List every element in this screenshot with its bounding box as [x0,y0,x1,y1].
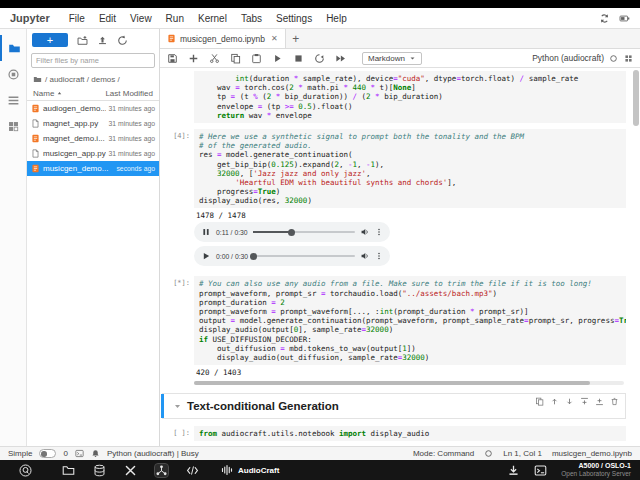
code-token: ) [493,289,498,298]
play-pause-button[interactable] [201,227,211,237]
volume-icon[interactable] [360,251,370,261]
cell-type-dropdown[interactable]: Markdown [362,52,422,65]
horizontal-scrollbar[interactable] [194,381,624,385]
audio-menu-icon[interactable] [375,252,383,260]
file-row[interactable]: magnet_demo.i...31 minutes ago [27,131,159,146]
new-folder-icon[interactable] [77,35,88,46]
sync-icon[interactable] [599,13,610,24]
kernel-status-text[interactable]: Python (audiocraft) | Busy [107,449,199,458]
code-token: model.generate_continuation(prompt_wavef… [235,316,524,325]
move-down-icon[interactable] [565,397,574,406]
volume-icon[interactable] [360,227,370,237]
launcher-logo[interactable] [19,464,32,477]
code-token: envelope [271,111,312,120]
sidebar-tab-table-of-contents[interactable] [0,87,27,113]
sidebar-tab-running-kernels[interactable] [0,61,27,87]
add-button[interactable] [188,53,199,64]
code-editor[interactable]: # Here we use a synthetic signal to prom… [194,129,626,209]
markdown-cell[interactable]: Text-conditional Generation [162,393,626,419]
code-token: mbd.tokens_to_wav(output[ [285,344,402,353]
duplicate-icon[interactable] [535,397,544,406]
menu-item-edit[interactable]: Edit [92,13,123,24]
menu-item-file[interactable]: File [62,13,92,24]
audio-player[interactable]: 0:00 / 0:30 [194,246,390,266]
kernel-name[interactable]: Python (audiocraft) [532,53,604,63]
insert-above-icon[interactable] [580,397,589,406]
file-row[interactable]: audiogen_demo...31 minutes ago [27,101,159,116]
new-tab-button[interactable]: + [286,29,306,48]
files-app[interactable] [62,464,75,477]
notebook-cell[interactable]: [ ]:from audiocraft.utils.notebook impor… [160,426,640,441]
data-app[interactable] [93,464,106,477]
tab-musicgen-demo[interactable]: musicgen_demo.ipynb ✕ [160,29,286,48]
notebook-cell[interactable]: [4]:# Here we use a synthetic signal to … [160,129,640,271]
breadcrumb[interactable]: / audiocraft / demos / [27,72,159,87]
file-filter-input[interactable] [36,56,150,65]
code-editor[interactable]: from audiocraft.utils.notebook import di… [194,426,626,441]
menubar-right [599,13,640,24]
notifications-bell-icon[interactable] [91,449,100,458]
file-modified: 31 minutes ago [109,120,155,127]
file-row[interactable]: musicgen_app.py31 minutes ago [27,146,159,161]
audio-seek-thumb[interactable] [250,253,257,260]
ffwd-button[interactable] [335,53,346,64]
code-editor[interactable]: int(duration * sample_rate), device="cud… [194,71,626,123]
save-button[interactable] [167,53,178,64]
file-filter-box[interactable] [31,53,155,68]
menu-item-settings[interactable]: Settings [269,13,319,24]
tools-app[interactable] [124,464,137,477]
notebook-content[interactable]: int(duration * sample_rate), device="cud… [160,68,640,446]
audio-seek-slider[interactable] [253,231,355,233]
refresh-icon[interactable] [117,35,128,46]
file-row[interactable]: musicgen_demo...seconds ago [27,161,159,176]
audio-seek-slider[interactable] [253,255,355,257]
notebook-cell[interactable]: int(duration * sample_rate), device="cud… [160,71,640,123]
cursor-position[interactable]: Ln 1, Col 1 [503,449,542,458]
code-editor[interactable]: # You can also use any audio from a file… [194,276,626,365]
new-launcher-button[interactable]: + [32,33,68,47]
menu-item-tabs[interactable]: Tabs [234,13,269,24]
code-token: 0.5 [298,102,312,111]
paste-button[interactable] [251,53,262,64]
move-up-icon[interactable] [550,397,559,406]
audio-player[interactable]: 0:11 / 0:30 [194,222,390,242]
cut-button[interactable] [209,53,220,64]
audio-time: 0:00 / 0:30 [216,253,248,260]
horizontal-scrollbar-thumb[interactable] [194,381,590,385]
terminals-icon[interactable] [75,449,84,458]
notebook-cell[interactable]: [*]:# You can also use any audio from a … [160,276,640,387]
file-row[interactable]: magnet_app.py31 minutes ago [27,116,159,131]
terminals-count[interactable]: 0 [63,449,67,458]
insert-below-icon[interactable] [595,397,604,406]
delete-icon[interactable] [610,397,619,406]
restart-button[interactable] [314,53,325,64]
play-pause-button[interactable] [201,251,211,261]
collapse-heading-icon[interactable] [173,402,182,411]
modified-column-header[interactable]: Last Modified [105,89,153,98]
copy-button[interactable] [230,53,241,64]
sidebar-tab-file-browser[interactable] [0,35,27,61]
menu-item-view[interactable]: View [123,13,159,24]
code-app[interactable] [186,464,199,477]
name-column-header[interactable]: Name [33,89,105,98]
vertical-scrollbar[interactable] [633,70,639,126]
code-token: , dtype [425,74,457,83]
new-view-icon[interactable] [624,54,633,63]
menu-item-kernel[interactable]: Kernel [191,13,234,24]
menu-item-help[interactable]: Help [319,13,354,24]
audio-seek-thumb[interactable] [288,229,295,236]
simple-mode-toggle[interactable] [39,449,56,458]
stop-button[interactable] [293,53,304,64]
run-button[interactable] [272,53,283,64]
upload-icon[interactable] [97,35,108,46]
breadcrumb-path[interactable]: / audiocraft / demos / [45,75,120,84]
terminal[interactable] [534,464,547,477]
home-folder-icon[interactable] [33,75,42,84]
hub-app[interactable] [155,464,168,477]
menu-item-run[interactable]: Run [159,13,191,24]
close-tab-button[interactable]: ✕ [271,34,278,43]
audio-menu-icon[interactable] [375,228,383,236]
audiocraft-app[interactable]: AudioCraft [221,464,279,476]
downloads[interactable] [507,464,520,477]
sidebar-tab-extensions[interactable] [0,113,27,139]
